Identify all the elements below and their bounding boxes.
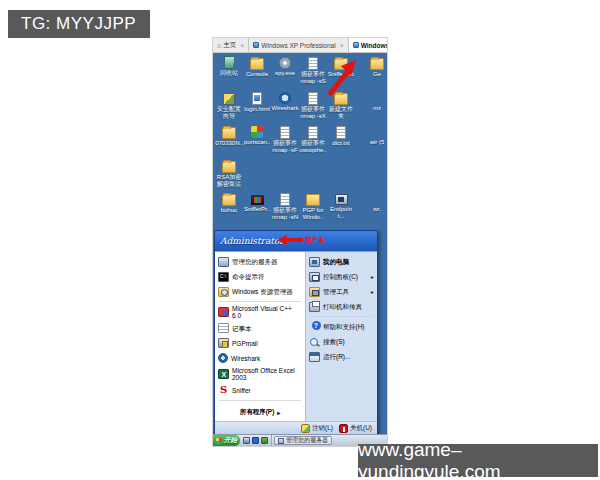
document-icon	[308, 57, 318, 70]
menu-item-search[interactable]: 搜索(S)	[306, 334, 377, 349]
desktop-icon-capture-sn[interactable]: 捕获事件 nmap -sN ..	[271, 192, 299, 225]
desktop-icon-070330n[interactable]: 070330N..	[215, 125, 243, 158]
desktop-icon-snifferpr-app[interactable]: SnifferPr..	[243, 192, 271, 225]
desktop-icon-partial-3[interactable]: wir (5	[363, 125, 387, 158]
document-icon	[308, 126, 318, 139]
red-annotation-text: 用户名	[305, 236, 325, 245]
sniffer-icon	[218, 385, 229, 395]
tab-home-label: 主页	[223, 41, 236, 50]
divider	[310, 316, 373, 317]
start-menu-header: Administrator 用户名	[215, 231, 377, 251]
screenshot-window: ⌂ 主页 × Windows XP Professional × Windows…	[212, 37, 388, 447]
desktop-icon-capture-sx[interactable]: 捕获事件 nmap -sX ..	[299, 91, 327, 124]
internet-explorer-icon[interactable]	[252, 437, 259, 444]
notepad-icon	[218, 323, 229, 333]
desktop-icon-spy-exe[interactable]: spy.exe	[271, 56, 299, 89]
menu-item-manage-server[interactable]: 管理您的服务器	[215, 254, 305, 269]
menu-item-notepad[interactable]: 记事本	[215, 321, 305, 336]
log-off-button[interactable]: 注销(L)	[301, 424, 333, 433]
desktop-icon-login-html[interactable]: login.html	[243, 91, 271, 124]
start-menu: Administrator 用户名 管理您的服务器 命令提示符 Windows …	[214, 230, 378, 434]
pgp-icon	[218, 338, 229, 348]
desktop-icon-partial-2[interactable]: mz	[363, 91, 387, 124]
desktop-icon-capture-sf[interactable]: 捕获事件 nmap -sF ..	[271, 125, 299, 158]
vm-console-icon	[353, 42, 359, 48]
shut-down-button[interactable]: 关机(U)	[339, 424, 372, 433]
tab-winserver[interactable]: Windows Server	[349, 38, 387, 52]
menu-item-my-computer[interactable]: 我的电脑	[306, 254, 377, 269]
taskbar-task-manage-server[interactable]: 管理您的服务器	[274, 436, 332, 445]
menu-item-control-panel[interactable]: 控制面板(C)▸	[306, 269, 377, 284]
divider	[219, 400, 301, 401]
tab-home[interactable]: ⌂ 主页 ×	[213, 38, 249, 52]
close-icon[interactable]: ×	[240, 42, 244, 49]
close-icon[interactable]: ×	[340, 42, 344, 49]
menu-item-windows-explorer[interactable]: Windows 资源管理器	[215, 284, 305, 299]
submenu-arrow-icon: ▸	[277, 409, 280, 416]
command-prompt-icon	[218, 272, 229, 282]
tab-bar: ⌂ 主页 × Windows XP Professional × Windows…	[213, 38, 387, 53]
cut-off-icon	[370, 58, 384, 70]
menu-item-help[interactable]: 帮助和支持(H)	[306, 319, 377, 334]
wireshark-icon	[279, 92, 291, 104]
menu-item-excel[interactable]: Microsoft Office Excel 2003	[215, 366, 305, 383]
start-menu-left-column: 管理您的服务器 命令提示符 Windows 资源管理器 Microsoft Vi…	[215, 252, 305, 421]
desktop-icon-partial-1[interactable]: Ge	[363, 56, 387, 89]
menu-item-run[interactable]: 运行(R)...	[306, 349, 377, 364]
desktop-icon-snifferpro[interactable]: SnifferPro	[327, 56, 355, 89]
desktop-icon-pgp-folder[interactable]: PGP for Windo..	[299, 192, 327, 225]
menu-item-admin-tools[interactable]: 管理工具▸	[306, 284, 377, 299]
menu-item-visual-cpp[interactable]: Microsoft Visual C++ 6.0	[215, 304, 305, 321]
submenu-arrow-icon: ▸	[371, 288, 374, 295]
wizard-shield-icon	[223, 93, 235, 105]
html-document-icon	[252, 92, 262, 105]
menu-item-wireshark[interactable]: Wireshark	[215, 351, 305, 366]
desktop-icon-buhuo[interactable]: buhuo	[215, 192, 243, 225]
windows-flag-icon	[216, 438, 222, 444]
menu-item-printers[interactable]: 打印机和传真	[306, 299, 377, 314]
help-icon	[309, 322, 320, 332]
printers-icon	[309, 302, 320, 312]
document-icon	[308, 92, 318, 105]
folder-icon	[222, 194, 236, 206]
start-button[interactable]: 开始	[213, 435, 240, 446]
start-button-label: 开始	[224, 436, 237, 445]
telegram-watermark: TG: MYYJJPP	[8, 10, 150, 38]
desktop-icon-recycle-bin[interactable]: 回收站	[215, 56, 243, 89]
explorer-icon	[218, 287, 229, 297]
home-icon: ⌂	[217, 42, 221, 49]
desktop-icon-security-wizard[interactable]: 安全配置向导	[215, 91, 243, 124]
desktop-icon-new-folder[interactable]: 新建文件夹	[327, 91, 355, 124]
desktop-icon-console[interactable]: Console	[243, 56, 271, 89]
menu-item-pgpmail[interactable]: PGPmail	[215, 336, 305, 351]
desktop-icon-capture-uwuqshe[interactable]: 捕获事件 uwuqshe..	[299, 125, 327, 158]
desktop-icon-capture-ss[interactable]: 捕获事件 nmap -sS ..	[299, 56, 327, 89]
telegram-watermark-text: TG: MYYJJPP	[21, 14, 136, 34]
admin-tools-icon	[309, 287, 320, 297]
desktop-icon-rsa-folder[interactable]: RSA加密解密算法 ..	[215, 159, 243, 192]
sniffer-app-icon	[251, 195, 264, 205]
desktop-icon-dict-txt[interactable]: dict.txt	[327, 125, 355, 158]
tab-winxp[interactable]: Windows XP Professional ×	[249, 38, 348, 52]
start-menu-footer: 注销(L) 关机(U)	[215, 421, 377, 434]
excel-icon	[218, 369, 229, 379]
desktop-icon-endpoint[interactable]: Endpoint...	[327, 192, 355, 225]
all-programs-button[interactable]: 所有程序(P)▸	[215, 406, 305, 419]
menu-item-command-prompt[interactable]: 命令提示符	[215, 269, 305, 284]
server-icon	[278, 438, 284, 444]
show-desktop-icon[interactable]	[243, 437, 250, 444]
desktop-icon-partial-4[interactable]: wr.	[363, 192, 387, 225]
folder-icon	[222, 127, 236, 139]
desktop-icon-wireshark[interactable]: Wireshark	[271, 91, 299, 124]
my-computer-icon	[309, 257, 320, 267]
start-menu-body: 管理您的服务器 命令提示符 Windows 资源管理器 Microsoft Vi…	[215, 251, 377, 421]
log-off-label: 注销(L)	[312, 424, 333, 433]
tab-winserver-label: Windows Server	[361, 42, 387, 49]
menu-item-sniffer[interactable]: Sniffer	[215, 383, 305, 398]
desktop-icon-portscan[interactable]: portscan..	[243, 125, 271, 158]
quick-launch-icon[interactable]	[261, 437, 268, 444]
all-programs-label: 所有程序(P)	[240, 408, 275, 417]
site-watermark-text: www.game–yundingyule.com	[358, 439, 598, 480]
folder-icon	[334, 93, 348, 105]
text-document-icon	[336, 126, 346, 139]
